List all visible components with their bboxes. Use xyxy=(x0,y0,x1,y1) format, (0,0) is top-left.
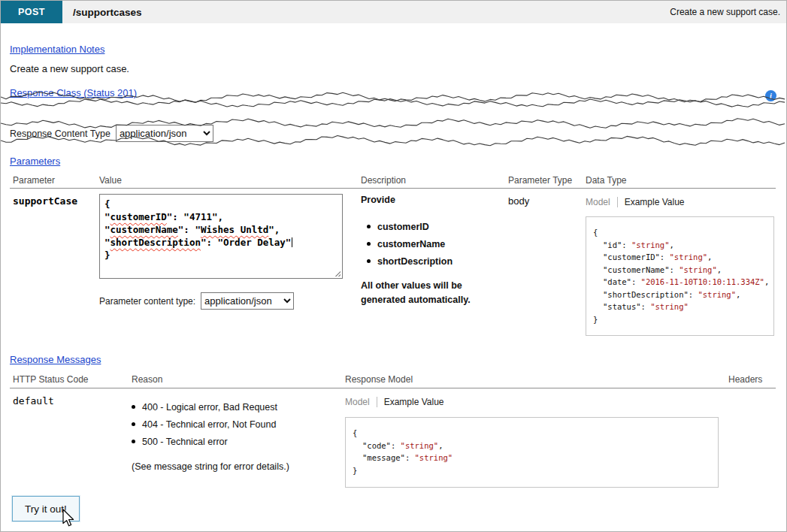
response-content-type-row: Response Content Type application/json xyxy=(10,125,213,142)
response-content-type-label: Response Content Type xyxy=(10,128,110,139)
parameter-content-type-row: Parameter content type: application/json xyxy=(99,292,294,310)
description-bullet: customerID xyxy=(367,222,498,232)
json-punct: } xyxy=(353,466,357,475)
parameter-content-type-label: Parameter content type: xyxy=(99,296,195,307)
description-bullet: shortDescription xyxy=(367,256,498,267)
response-model-tabs: Model Example Value xyxy=(345,397,444,407)
column-header-http-status-code: HTTP Status Code xyxy=(13,374,89,385)
tab-example-value[interactable]: Example Value xyxy=(617,197,685,207)
json-punct: { xyxy=(593,228,598,237)
json-punct: { xyxy=(353,428,357,437)
description-lead: Provide xyxy=(361,195,498,205)
json-value: "string" xyxy=(670,252,708,261)
json-line: "customerName": "string", xyxy=(593,264,767,277)
reason-item: 404 - Technical error, Not Found xyxy=(132,419,277,430)
json-value: "2016-11-10T10:10:11.334Z" xyxy=(641,277,764,286)
tab-example-value[interactable]: Example Value xyxy=(377,397,444,407)
json-line: "code": "string", xyxy=(353,440,711,452)
json-key: "customerName": xyxy=(603,265,679,274)
column-header-parameter: Parameter xyxy=(13,175,55,186)
operation-header-bar: POST /supportcases Create a new support … xyxy=(1,1,786,23)
editor-line: "shortDescription": "Order Delay" xyxy=(104,236,338,249)
response-messages-header-divider xyxy=(10,388,776,388)
operation-summary: Create a new support case. xyxy=(670,7,780,17)
reason-item: 400 - Logical error, Bad Request xyxy=(132,402,277,413)
column-header-reason: Reason xyxy=(132,374,162,385)
editor-line: { xyxy=(104,198,338,210)
editor-text: ": "Order Delay" xyxy=(201,237,291,248)
json-key: "status": xyxy=(603,302,650,311)
endpoint-path-link[interactable]: /supportcases xyxy=(73,7,142,18)
json-punct: , xyxy=(736,290,740,299)
json-punct: , xyxy=(764,277,769,286)
json-line: "id": "string", xyxy=(593,239,767,252)
misspelled-word: customerName xyxy=(110,224,178,235)
parameter-body-textarea[interactable]: { "customerID": "4711", "customerName": … xyxy=(99,194,343,279)
response-content-type-select[interactable]: application/json xyxy=(116,125,213,142)
json-line: { xyxy=(593,226,767,239)
description-bullet: customerName xyxy=(367,239,498,249)
info-icon[interactable]: i xyxy=(765,90,776,101)
http-method-badge[interactable]: POST xyxy=(1,1,62,23)
implementation-notes-text: Create a new support case. xyxy=(10,63,129,74)
misspelled-word: Wishes Unltd xyxy=(201,224,268,235)
json-punct: } xyxy=(593,315,598,324)
column-header-parameter-type: Parameter Type xyxy=(508,175,572,186)
json-punct: , xyxy=(438,441,443,450)
mouse-cursor-pointer xyxy=(62,509,74,528)
json-punct: , xyxy=(707,252,712,261)
column-header-data-type: Data Type xyxy=(586,175,626,186)
json-punct: , xyxy=(717,265,722,274)
misspelled-word: customerID xyxy=(110,211,167,222)
tab-model[interactable]: Model xyxy=(345,397,377,407)
editor-text: { xyxy=(104,198,110,210)
editor-line: "customerID": "4711", xyxy=(104,210,338,223)
text-caret xyxy=(292,237,292,247)
data-type-example-box: { "id": "string", "customerID": "string"… xyxy=(586,216,774,336)
column-header-response-model: Response Model xyxy=(345,374,413,385)
column-header-headers: Headers xyxy=(728,374,762,385)
reason-note: (See message string for error details.) xyxy=(132,461,289,472)
textarea-resize-handle[interactable] xyxy=(334,270,341,277)
json-key: "code": xyxy=(362,441,401,450)
reason-list: 400 - Logical error, Bad Request 404 - T… xyxy=(132,402,277,454)
parameter-type-value: body xyxy=(508,195,529,207)
json-value: "string" xyxy=(415,453,453,462)
json-value: "string" xyxy=(401,441,439,450)
json-key: "date": xyxy=(603,277,641,286)
response-model-example-box: { "code": "string", "message": "string" … xyxy=(345,417,719,488)
json-key: "customerID": xyxy=(603,252,670,261)
json-value: "string" xyxy=(631,240,670,249)
tab-model[interactable]: Model xyxy=(586,197,617,207)
json-key: "message": xyxy=(362,453,415,462)
json-key: "id": xyxy=(603,240,631,249)
json-key: "shortDescription": xyxy=(603,290,698,299)
json-line: "status": "string" xyxy=(593,301,767,313)
parameter-description: Provide customerID customerName shortDes… xyxy=(361,195,498,308)
editor-text: " xyxy=(104,237,110,248)
swagger-operation-panel: POST /supportcases Create a new support … xyxy=(0,0,787,532)
description-note: All other values will be generated autom… xyxy=(361,279,498,308)
column-header-value: Value xyxy=(99,175,122,186)
json-line: } xyxy=(353,464,711,477)
response-messages-section-link[interactable]: Response Messages xyxy=(10,354,101,365)
json-value: "string" xyxy=(650,302,689,311)
json-line: { xyxy=(353,427,711,440)
description-bullet-list: customerID customerName shortDescription xyxy=(361,222,498,267)
json-line: } xyxy=(593,313,767,326)
editor-text: " xyxy=(104,224,110,235)
data-type-tabs: Model Example Value xyxy=(586,197,685,207)
column-header-description: Description xyxy=(361,175,406,186)
response-class-link[interactable]: Response Class (Status 201) xyxy=(10,87,137,98)
editor-line: } xyxy=(104,249,338,261)
json-punct: , xyxy=(670,240,674,249)
editor-text: " xyxy=(104,211,110,222)
parameter-content-type-select[interactable]: application/json xyxy=(201,292,294,310)
editor-line: "customerName": "Wishes Unltd", xyxy=(104,223,338,236)
implementation-notes-link[interactable]: Implementation Notes xyxy=(10,44,104,55)
editor-text: } xyxy=(104,249,110,261)
reason-item: 500 - Technical error xyxy=(132,437,277,447)
parameters-header-divider xyxy=(10,188,776,189)
parameter-name: supportCase xyxy=(13,195,77,207)
parameters-section-link[interactable]: Parameters xyxy=(10,156,60,167)
